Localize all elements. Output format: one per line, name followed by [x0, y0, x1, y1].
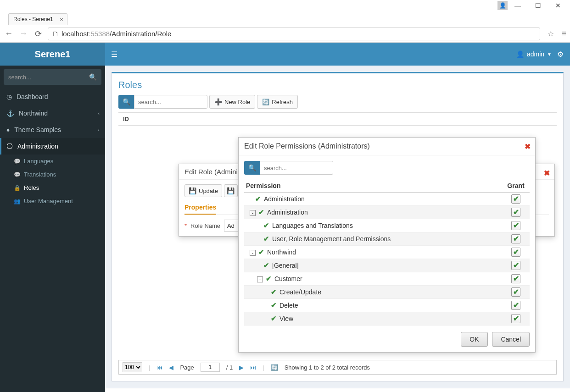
- plus-icon: ➕: [214, 98, 222, 105]
- grid-search-input[interactable]: [134, 95, 207, 109]
- sidebar-search-input[interactable]: search... 🔍: [4, 69, 101, 85]
- comments-icon: 💬: [14, 158, 20, 165]
- app-header: Serene1 ☰ 👤 admin ▼ ⚙: [0, 43, 570, 66]
- browser-menu-icon[interactable]: ≡: [561, 29, 566, 39]
- sidebar-label: Northwind: [19, 110, 48, 117]
- sidebar-sub-languages[interactable]: 💬 Languages: [0, 155, 105, 168]
- browser-tab[interactable]: Roles - Serene1 ×: [8, 13, 67, 25]
- grant-checkbox[interactable]: ✔: [511, 287, 520, 297]
- perm-label: View: [279, 315, 293, 322]
- diamond-icon: ♦: [6, 126, 10, 133]
- grant-checkbox[interactable]: ✔: [511, 248, 520, 257]
- update-button[interactable]: 💾 Update: [184, 184, 222, 197]
- check-icon: ✔: [258, 248, 264, 256]
- refresh-icon: 🔄: [262, 99, 269, 105]
- nav-reload-icon[interactable]: ⟳: [33, 29, 43, 39]
- address-bar[interactable]: 🗋 localhost:55388/Administration/Role: [48, 28, 540, 40]
- pager-first-icon[interactable]: ⏮: [156, 364, 162, 371]
- sidebar-sub-translations[interactable]: 💬 Translations: [0, 168, 105, 181]
- sidebar-label: Dashboard: [17, 93, 48, 100]
- tree-collapse-icon[interactable]: -: [250, 250, 256, 256]
- chevron-left-icon: ‹: [98, 127, 100, 133]
- ok-button[interactable]: OK: [461, 332, 487, 347]
- close-icon[interactable]: ✖: [525, 142, 531, 151]
- sidebar-item-administration[interactable]: 🖵 Administration: [0, 138, 105, 155]
- window-close[interactable]: ✕: [548, 0, 568, 11]
- close-icon[interactable]: ✖: [544, 169, 550, 177]
- check-icon: ✔: [266, 275, 272, 282]
- grant-checkbox[interactable]: ✔: [511, 234, 520, 243]
- edit-role-dialog-title: Edit Role (Admini: [184, 168, 238, 176]
- grid-column-id[interactable]: ID: [118, 112, 557, 126]
- search-icon: 🔍: [89, 73, 97, 81]
- button-label: Refresh: [272, 99, 293, 105]
- pager-prev-icon[interactable]: ◀: [169, 364, 173, 371]
- perm-search-input[interactable]: [260, 161, 333, 175]
- os-user-icon: 👤: [497, 1, 508, 10]
- button-label: Update: [199, 188, 218, 194]
- tree-collapse-icon[interactable]: -: [250, 210, 256, 216]
- sidebar-sub-roles[interactable]: 🔒 Roles: [0, 181, 105, 194]
- sidebar-sub-label: User Management: [24, 198, 73, 204]
- sidebar-toggle-icon[interactable]: ☰: [105, 50, 123, 59]
- user-menu[interactable]: 👤 admin ▼: [516, 50, 557, 58]
- check-icon: ✔: [271, 288, 277, 296]
- grid-search-button[interactable]: 🔍: [118, 95, 134, 109]
- speedometer-icon: ◷: [6, 93, 12, 100]
- save-and-close-button[interactable]: 💾: [224, 184, 238, 197]
- cancel-button[interactable]: Cancel: [492, 332, 530, 347]
- perm-search-button[interactable]: 🔍: [244, 161, 260, 175]
- page-size-select[interactable]: 100: [123, 362, 142, 372]
- properties-tab[interactable]: Properties: [184, 201, 216, 215]
- sidebar-item-theme-samples[interactable]: ♦ Theme Samples ‹: [0, 121, 105, 138]
- nav-back-icon[interactable]: ←: [4, 29, 14, 39]
- brand-logo[interactable]: Serene1: [0, 43, 105, 66]
- pager-last-icon[interactable]: ⏭: [250, 364, 256, 371]
- check-icon: ✔: [271, 315, 277, 322]
- footer: Copyright (c) 2015. All rights reserved.…: [105, 388, 570, 392]
- pager-summary: Showing 1 to 2 of 2 total records: [285, 364, 370, 371]
- tab-close-icon[interactable]: ×: [60, 16, 63, 23]
- col-permission: Permission: [244, 179, 502, 193]
- window-minimize[interactable]: —: [508, 0, 528, 11]
- user-label: admin: [527, 50, 544, 58]
- new-role-button[interactable]: ➕ New Role: [209, 95, 255, 109]
- role-name-label: Role Name: [190, 222, 220, 229]
- check-icon: ✔: [263, 261, 269, 269]
- pager-page-input[interactable]: [201, 363, 220, 372]
- sidebar-item-dashboard[interactable]: ◷ Dashboard: [0, 88, 105, 105]
- grant-checkbox[interactable]: ✔: [511, 274, 520, 283]
- users-icon: 👥: [14, 198, 20, 204]
- required-asterisk: *: [184, 222, 187, 229]
- user-icon: 👤: [516, 50, 524, 58]
- tab-title: Roles - Serene1: [13, 16, 53, 22]
- grant-checkbox[interactable]: ✔: [511, 194, 520, 204]
- chevron-left-icon: ‹: [98, 110, 100, 116]
- lock-icon: 🔒: [14, 185, 20, 191]
- pager: 100 | ⏮ ◀ Page / 1 ▶ ⏭ | 🔄 Showing 1 to …: [118, 360, 557, 375]
- sidebar-sub-label: Translations: [24, 171, 56, 178]
- pager-refresh-icon[interactable]: 🔄: [271, 364, 278, 371]
- grant-checkbox[interactable]: ✔: [511, 301, 520, 310]
- sidebar: search... 🔍 ◷ Dashboard ⚓ Northwind ‹ ♦ …: [0, 66, 105, 392]
- nav-forward-icon[interactable]: →: [18, 29, 28, 39]
- grant-checkbox[interactable]: ✔: [511, 261, 520, 270]
- pager-next-icon[interactable]: ▶: [239, 364, 244, 371]
- settings-gear-icon[interactable]: ⚙: [557, 50, 570, 59]
- sidebar-item-northwind[interactable]: ⚓ Northwind ‹: [0, 105, 105, 121]
- tree-collapse-icon[interactable]: -: [257, 276, 263, 282]
- url-host: localhost: [61, 30, 89, 38]
- sidebar-search-placeholder: search...: [8, 74, 89, 81]
- check-icon: ✔: [263, 235, 269, 243]
- window-maximize[interactable]: ☐: [528, 0, 548, 11]
- browser-chrome: 👤 — ☐ ✕ Roles - Serene1 × ← → ⟳ 🗋 localh…: [0, 0, 570, 43]
- save-icon: 💾: [227, 187, 235, 194]
- grant-checkbox[interactable]: ✔: [511, 221, 520, 230]
- grant-checkbox[interactable]: ✔: [511, 314, 520, 323]
- sidebar-sub-user-management[interactable]: 👥 User Management: [0, 194, 105, 208]
- perm-label: User, Role Management and Permissions: [272, 235, 391, 243]
- bookmark-star-icon[interactable]: ☆: [548, 29, 554, 38]
- refresh-button[interactable]: 🔄 Refresh: [257, 95, 298, 109]
- grant-checkbox[interactable]: ✔: [511, 208, 520, 217]
- desktop-icon: 🖵: [6, 143, 13, 150]
